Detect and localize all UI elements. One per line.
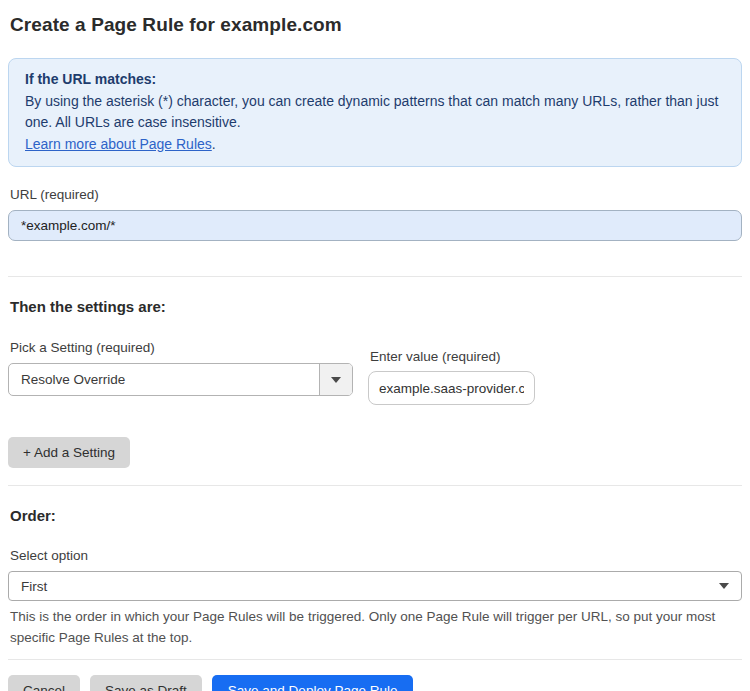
cancel-button[interactable]: Cancel <box>8 675 80 691</box>
url-input[interactable] <box>8 210 742 241</box>
order-select-label: Select option <box>10 548 742 563</box>
page-rule-form: Create a Page Rule for example.com If th… <box>0 14 750 691</box>
settings-row: Pick a Setting (required) Resolve Overri… <box>8 340 742 405</box>
setting-picker-label: Pick a Setting (required) <box>10 340 353 355</box>
page-title: Create a Page Rule for example.com <box>10 14 742 36</box>
setting-picker-dropdown-button[interactable] <box>319 364 352 395</box>
info-box-link-line: Learn more about Page Rules. <box>25 134 725 156</box>
order-help-text: This is the order in which your Page Rul… <box>10 606 734 648</box>
setting-value-input[interactable] <box>368 371 535 405</box>
footer-buttons: Cancel Save as Draft Save and Deploy Pag… <box>8 675 742 691</box>
save-deploy-button[interactable]: Save and Deploy Page Rule <box>212 675 414 691</box>
order-select-value: First <box>9 572 707 600</box>
setting-value-label: Enter value (required) <box>370 349 535 364</box>
info-box-heading: If the URL matches: <box>25 69 725 91</box>
url-field-label: URL (required) <box>10 187 742 202</box>
chevron-down-icon <box>719 583 729 589</box>
settings-section-heading: Then the settings are: <box>10 298 742 315</box>
setting-value-column: Enter value (required) <box>368 349 535 405</box>
section-divider <box>8 485 742 486</box>
chevron-down-icon <box>331 377 341 383</box>
setting-picker-select[interactable]: Resolve Override <box>8 363 353 396</box>
add-setting-button[interactable]: + Add a Setting <box>8 437 130 468</box>
order-select[interactable]: First <box>8 571 742 601</box>
setting-picker-value: Resolve Override <box>9 364 319 395</box>
info-box-body: By using the asterisk (*) character, you… <box>25 91 725 134</box>
page-rules-link[interactable]: Learn more about Page Rules <box>25 136 212 152</box>
section-divider <box>8 276 742 277</box>
setting-picker-column: Pick a Setting (required) Resolve Overri… <box>8 340 353 396</box>
url-match-info-box: If the URL matches: By using the asteris… <box>8 58 742 167</box>
footer-divider <box>8 659 742 660</box>
save-draft-button[interactable]: Save as Draft <box>90 675 202 691</box>
order-section-heading: Order: <box>10 507 742 524</box>
link-suffix: . <box>212 136 216 152</box>
order-select-dropdown[interactable] <box>707 572 741 600</box>
